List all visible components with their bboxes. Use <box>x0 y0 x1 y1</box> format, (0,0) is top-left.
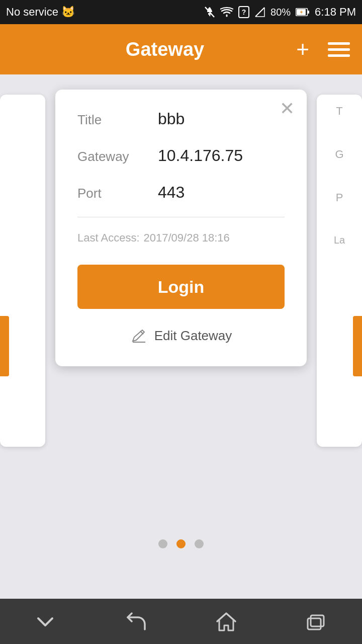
edit-gateway-row[interactable]: Edit Gateway <box>77 327 285 344</box>
recents-button[interactable] <box>297 606 337 636</box>
login-button[interactable]: Login <box>77 265 285 309</box>
svg-text:?: ? <box>242 8 246 16</box>
svg-line-0 <box>209 15 210 16</box>
last-access-label: Last Access: <box>77 231 140 245</box>
signal-icon <box>254 7 265 18</box>
home-button[interactable] <box>206 606 246 636</box>
battery-text: 80% <box>270 7 291 18</box>
battery-icon <box>296 8 310 16</box>
title-value: bbb <box>158 110 185 128</box>
menu-button[interactable] <box>328 42 350 57</box>
bg-card-right: T G P La <box>317 95 362 447</box>
wifi-icon <box>220 7 233 17</box>
port-value: 443 <box>158 183 185 202</box>
bg-card-left-accent <box>0 316 9 376</box>
hamburger-line-3 <box>328 54 350 57</box>
bg-card-left <box>0 95 45 447</box>
edit-gateway-label: Edit Gateway <box>154 328 232 344</box>
bottom-nav <box>0 599 362 644</box>
gateway-row: Gateway 10.4.176.75 <box>77 146 285 165</box>
svg-rect-8 <box>308 618 321 629</box>
last-access-row: Last Access: 2017/09/28 18:16 <box>77 231 285 245</box>
hamburger-line-2 <box>328 48 350 51</box>
hamburger-line-1 <box>328 42 350 45</box>
port-row: Port 443 <box>77 183 285 202</box>
content-area: T G P La ✕ Title bbb Gateway 10.4.176.75… <box>0 74 362 599</box>
status-bar: No service 🐱 ? 80% <box>0 0 362 24</box>
no-service-text: No service <box>6 6 58 19</box>
gateway-value: 10.4.176.75 <box>158 146 243 165</box>
status-icons: ? 80% 6:18 PM <box>204 6 356 19</box>
gateway-label: Gateway <box>77 149 158 165</box>
status-left: No service 🐱 <box>6 6 75 19</box>
svg-rect-5 <box>308 11 309 14</box>
svg-rect-7 <box>311 615 324 626</box>
back-button[interactable] <box>116 606 156 636</box>
bg-card-right-accent <box>353 316 362 376</box>
title-row: Title bbb <box>77 110 285 128</box>
right-card-p: P <box>322 191 357 204</box>
status-emoji: 🐱 <box>61 6 75 19</box>
add-button[interactable]: + <box>288 38 318 60</box>
right-card-t: T <box>322 105 357 118</box>
dropdown-button[interactable] <box>25 606 65 636</box>
pagination <box>0 539 362 548</box>
title-label: Title <box>77 112 158 128</box>
dot-2[interactable] <box>176 539 186 548</box>
right-card-g: G <box>322 148 357 161</box>
question-icon: ? <box>238 6 249 18</box>
dot-1[interactable] <box>158 539 167 548</box>
mute-icon <box>204 6 215 18</box>
app-bar: Gateway + <box>0 24 362 74</box>
time-text: 6:18 PM <box>315 6 356 19</box>
dot-3[interactable] <box>195 539 204 548</box>
divider <box>77 217 285 217</box>
dialog-card: ✕ Title bbb Gateway 10.4.176.75 Port 443… <box>55 90 307 366</box>
port-label: Port <box>77 186 158 201</box>
right-card-la: La <box>322 234 357 246</box>
last-access-value: 2017/09/28 18:16 <box>144 231 230 245</box>
app-bar-title: Gateway <box>42 39 288 60</box>
edit-icon <box>130 327 147 344</box>
close-button[interactable]: ✕ <box>280 100 295 118</box>
